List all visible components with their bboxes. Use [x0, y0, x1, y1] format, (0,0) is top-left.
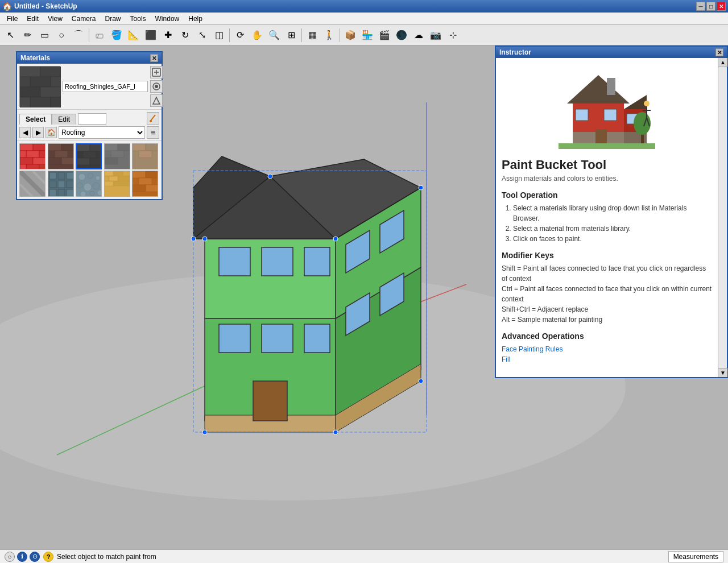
- title-bar-controls[interactable]: ─ □ ✕: [696, 2, 726, 11]
- push-pull-tool-button[interactable]: ⬛: [143, 27, 159, 43]
- viewport[interactable]: Materials ✕: [0, 45, 728, 549]
- svg-rect-93: [58, 172, 65, 179]
- material-details-button[interactable]: ≡: [147, 126, 159, 139]
- menu-tools[interactable]: Tools: [126, 14, 151, 24]
- status-icon-1[interactable]: ○: [5, 552, 15, 562]
- menu-edit[interactable]: Edit: [22, 14, 43, 24]
- svg-line-54: [151, 115, 155, 121]
- toolbar: ↖ ✏ ▭ ○ ⌒ 🪣 📐 ⬛ ✚ ↻ ⤡ ◫ ⟳ ✋ 🔍 ⊞ ▦ 🚶 📦 🏪 …: [0, 25, 728, 45]
- 3d-warehouse-tool-button[interactable]: 🏪: [359, 27, 375, 43]
- svg-rect-98: [49, 189, 56, 196]
- svg-rect-74: [90, 144, 102, 151]
- shadows-tool-button[interactable]: 🌑: [394, 27, 410, 43]
- axes-tool-button[interactable]: ⊹: [445, 27, 461, 43]
- svg-point-51: [155, 85, 158, 88]
- eraser-tool-button[interactable]: [92, 27, 107, 43]
- close-button[interactable]: ✕: [717, 2, 726, 11]
- material-paint-brush-button[interactable]: [147, 112, 159, 125]
- menu-draw[interactable]: Draw: [101, 14, 126, 24]
- face-painting-rules-link[interactable]: Face Painting Rules: [502, 345, 562, 353]
- section-plane-tool-button[interactable]: ▦: [304, 27, 320, 43]
- menu-camera[interactable]: Camera: [67, 14, 101, 24]
- svg-point-32: [419, 185, 423, 190]
- svg-rect-19: [219, 324, 250, 353]
- app-icon: 🏠: [2, 2, 12, 11]
- material-forward-button[interactable]: ▶: [32, 127, 44, 138]
- maximize-button[interactable]: □: [706, 2, 715, 11]
- pan-tool-button[interactable]: ✋: [249, 27, 265, 43]
- scroll-down-button[interactable]: ▼: [718, 368, 727, 377]
- help-icon[interactable]: ?: [43, 552, 53, 562]
- scroll-up-button[interactable]: ▲: [718, 58, 727, 67]
- scale-tool-button[interactable]: ⤡: [194, 27, 210, 43]
- material-sample-button[interactable]: [150, 80, 163, 93]
- material-back-button[interactable]: ◀: [19, 127, 31, 138]
- instructor-tool-title: Paint Bucket Tool: [502, 158, 712, 172]
- components-tool-button[interactable]: 📦: [342, 27, 358, 43]
- svg-rect-122: [146, 171, 158, 178]
- materials-close-button[interactable]: ✕: [150, 54, 158, 62]
- scenes-tool-button[interactable]: 🎬: [377, 27, 392, 43]
- svg-rect-65: [20, 164, 26, 169]
- svg-rect-18: [304, 247, 330, 276]
- svg-rect-38: [40, 67, 61, 77]
- materials-grid: [17, 141, 162, 199]
- rotate-tool-button[interactable]: ↻: [177, 27, 193, 43]
- tab-select[interactable]: Select: [19, 114, 52, 125]
- status-message: Select object to match paint from: [57, 553, 156, 561]
- instructor-section-operation-title: Tool Operation: [502, 191, 712, 200]
- walk-tool-button[interactable]: 🚶: [321, 27, 337, 43]
- material-tile-6[interactable]: [19, 171, 46, 197]
- svg-rect-60: [39, 151, 46, 158]
- zoom-extents-tool-button[interactable]: ⊞: [283, 27, 299, 43]
- arc-tool-button[interactable]: ⌒: [71, 27, 86, 43]
- minimize-button[interactable]: ─: [696, 2, 705, 11]
- material-tile-2[interactable]: [48, 143, 74, 169]
- material-tile-8[interactable]: [76, 171, 102, 197]
- orbit-tool-button[interactable]: ⟳: [232, 27, 248, 43]
- instructor-scrollbar: ▲ ▼: [718, 58, 727, 377]
- status-icon-2[interactable]: ℹ: [17, 552, 27, 562]
- svg-rect-112: [105, 171, 113, 176]
- menu-view[interactable]: View: [43, 14, 67, 24]
- material-tile-10[interactable]: [132, 171, 158, 197]
- fog-tool-button[interactable]: ☁: [411, 27, 427, 43]
- paint-bucket-tool-button[interactable]: 🪣: [109, 27, 125, 43]
- material-reset-button[interactable]: [150, 94, 163, 107]
- svg-rect-46: [20, 97, 30, 107]
- pencil-tool-button[interactable]: ✏: [19, 27, 35, 43]
- match-photo-tool-button[interactable]: 📷: [428, 27, 444, 43]
- rectangle-tool-button[interactable]: ▭: [36, 27, 52, 43]
- svg-rect-134: [576, 109, 588, 121]
- material-tile-1[interactable]: [19, 143, 46, 169]
- material-tile-9[interactable]: [104, 171, 130, 197]
- instructor-tool-subtitle: Assign materials and colors to entities.: [502, 175, 712, 183]
- svg-rect-99: [58, 189, 65, 196]
- zoom-tool-button[interactable]: 🔍: [266, 27, 282, 43]
- fill-link[interactable]: Fill: [502, 355, 510, 363]
- svg-rect-39: [30, 77, 51, 87]
- svg-rect-43: [40, 87, 61, 97]
- menu-help[interactable]: Help: [184, 14, 207, 24]
- menu-file[interactable]: File: [2, 14, 22, 24]
- svg-rect-79: [105, 144, 118, 151]
- tape-measure-tool-button[interactable]: 📐: [126, 27, 142, 43]
- move-tool-button[interactable]: ✚: [160, 27, 176, 43]
- material-search-input[interactable]: [78, 113, 106, 125]
- material-create-new-button[interactable]: [150, 66, 163, 78]
- material-tile-4[interactable]: [104, 143, 130, 169]
- circle-tool-button[interactable]: ○: [53, 27, 69, 43]
- tab-edit[interactable]: Edit: [52, 114, 76, 125]
- menu-window[interactable]: Window: [151, 14, 184, 24]
- material-tile-3[interactable]: [76, 143, 102, 169]
- category-dropdown[interactable]: Roofing Asphalt Brick and Cladding Color…: [59, 126, 145, 139]
- material-name-input[interactable]: [63, 81, 148, 92]
- material-home-button[interactable]: 🏠: [46, 127, 57, 138]
- instructor-image: [502, 64, 712, 151]
- offset-tool-button[interactable]: ◫: [211, 27, 227, 43]
- status-icon-3[interactable]: ⊙: [30, 552, 40, 562]
- instructor-close-button[interactable]: ✕: [715, 48, 723, 56]
- material-tile-7[interactable]: [48, 171, 74, 197]
- select-tool-button[interactable]: ↖: [2, 27, 18, 43]
- material-tile-5[interactable]: [132, 143, 158, 169]
